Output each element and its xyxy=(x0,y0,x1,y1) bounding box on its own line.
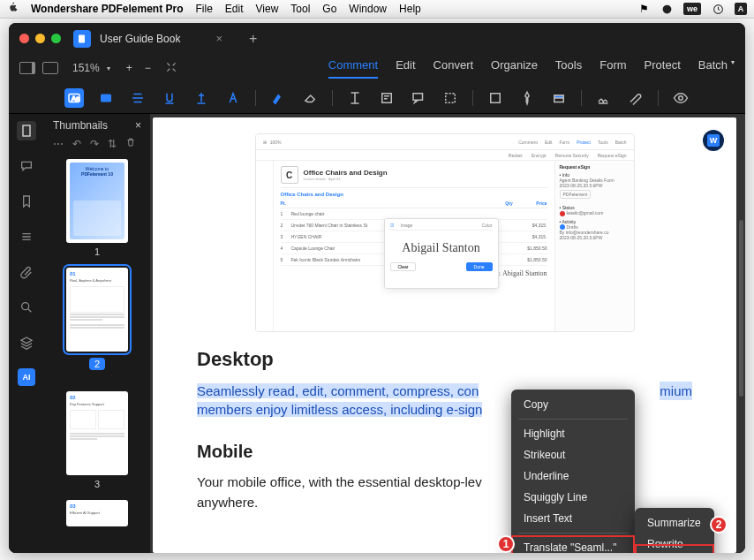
vertical-scrollbar[interactable] xyxy=(739,220,743,397)
thumbnail-page-2[interactable]: 01 Real, Anytime & Anywhere xyxy=(66,268,128,352)
svg-point-14 xyxy=(22,303,29,310)
ctx-underline[interactable]: Underline xyxy=(511,465,635,487)
thumb-undo-icon[interactable]: ↶ xyxy=(72,138,81,150)
nav-organize[interactable]: Organize xyxy=(491,58,538,79)
status-flag-icon[interactable]: ⚑ xyxy=(637,3,650,15)
app-logo-icon xyxy=(73,30,91,48)
thumbnails-close-icon[interactable]: × xyxy=(135,119,141,132)
eraser-tool-icon[interactable] xyxy=(300,88,320,108)
svg-rect-5 xyxy=(101,94,111,102)
ctx-highlight[interactable]: Highlight xyxy=(511,423,635,444)
thumb-trash-icon[interactable] xyxy=(125,137,136,150)
thumb-redo-icon[interactable]: ↷ xyxy=(90,138,99,150)
nav-form[interactable]: Form xyxy=(599,58,626,79)
nav-protect[interactable]: Protect xyxy=(645,58,681,79)
toolbar-separator xyxy=(332,90,333,106)
document-view[interactable]: ⊞ 100% Comment Edit Form Protect Tools B… xyxy=(150,114,745,553)
nav-edit[interactable]: Edit xyxy=(396,58,415,79)
status-shield-icon[interactable] xyxy=(660,3,673,15)
zoom-dropdown-icon[interactable]: ▾ xyxy=(107,64,110,72)
rail-ai-icon[interactable]: AI xyxy=(18,368,35,386)
zoom-out-button[interactable]: − xyxy=(145,62,151,74)
nav-convert[interactable]: Convert xyxy=(434,58,474,79)
text-color-tool-icon[interactable] xyxy=(192,88,211,108)
status-clock-icon[interactable] xyxy=(712,3,724,15)
nav-batch-dropdown-icon[interactable]: ▾ xyxy=(731,58,735,79)
rail-list-icon[interactable] xyxy=(17,227,36,246)
context-submenu[interactable]: Summarize Rewrite Explain xyxy=(635,508,714,553)
menu-tool[interactable]: Tool xyxy=(290,3,310,15)
text-caret-tool-icon[interactable] xyxy=(345,88,365,108)
menu-edit[interactable]: Edit xyxy=(225,3,244,15)
toolbar-primary: 151% ▾ + − Comment Edit Convert Organize… xyxy=(9,54,745,82)
shape-tool-icon[interactable] xyxy=(486,88,505,108)
nav-tools[interactable]: Tools xyxy=(555,58,582,79)
text-style-tool-icon[interactable] xyxy=(223,88,243,108)
panel-toggle-icon[interactable] xyxy=(42,62,58,74)
document-tab[interactable]: User Guide Book × xyxy=(100,32,222,45)
zoom-in-button[interactable]: + xyxy=(126,62,132,74)
underline-tool-icon[interactable] xyxy=(160,88,179,108)
nav-comment[interactable]: Comment xyxy=(328,58,378,79)
ctx-squiggly[interactable]: Squiggly Line xyxy=(511,487,635,508)
rail-bookmarks-icon[interactable] xyxy=(17,192,36,211)
rail-comments-icon[interactable] xyxy=(17,156,36,176)
ctx-translate[interactable]: Translate "Seaml..." xyxy=(511,537,635,553)
thumbnail-page-1[interactable]: Welcome toPDFelement 10 xyxy=(66,159,128,243)
rail-thumbnails-icon[interactable] xyxy=(17,121,36,140)
minimize-window-button[interactable] xyxy=(35,34,45,43)
svg-rect-13 xyxy=(23,125,30,136)
context-menu[interactable]: Copy Highlight Strikeout Underline Squig… xyxy=(511,390,635,553)
ctx-strikeout[interactable]: Strikeout xyxy=(511,444,635,465)
window-controls[interactable] xyxy=(19,34,61,43)
sidebar-toggle-icon[interactable] xyxy=(19,62,35,74)
pin-tool-icon[interactable] xyxy=(517,88,537,108)
menu-go[interactable]: Go xyxy=(322,3,336,15)
menu-file[interactable]: File xyxy=(196,3,213,15)
ctx-insert-text[interactable]: Insert Text xyxy=(511,508,635,529)
selected-text-line2[interactable]: members enjoy limitless access, includin… xyxy=(197,402,482,417)
floating-ai-badge[interactable]: W xyxy=(703,130,724,151)
thumbnail-page-4[interactable]: 03 Efficient AI Support xyxy=(66,500,128,526)
rail-attachments-icon[interactable] xyxy=(17,262,36,282)
toolbar-comment-tools: Aa xyxy=(9,82,745,114)
stamp-tool-icon[interactable] xyxy=(549,88,569,108)
svg-point-0 xyxy=(662,4,671,13)
new-tab-button[interactable]: + xyxy=(249,31,257,47)
thumb-more-icon[interactable]: ⋯ xyxy=(53,138,64,150)
rail-search-icon[interactable] xyxy=(17,298,36,317)
thumb-sort-icon[interactable]: ⇅ xyxy=(108,138,117,150)
selected-text[interactable]: Seamlessly read, edit, comment, compress… xyxy=(197,383,479,398)
ctx-rewrite[interactable]: Rewrite xyxy=(635,534,714,553)
text-fill-tool-icon[interactable] xyxy=(96,88,116,108)
ctx-copy[interactable]: Copy xyxy=(511,394,635,415)
rail-layers-icon[interactable] xyxy=(17,333,36,352)
signature-tool-icon[interactable] xyxy=(594,88,614,108)
eye-tool-icon[interactable] xyxy=(671,88,690,108)
ctx-separator xyxy=(518,533,628,534)
menu-help[interactable]: Help xyxy=(399,3,421,15)
close-window-button[interactable] xyxy=(19,34,29,43)
svg-rect-7 xyxy=(413,93,423,100)
menu-view[interactable]: View xyxy=(256,3,279,15)
strikeout-tool-icon[interactable] xyxy=(128,88,147,108)
status-we-icon[interactable]: we xyxy=(683,3,701,15)
note-tool-icon[interactable] xyxy=(377,88,396,108)
titlebar: User Guide Book × + xyxy=(9,23,745,54)
text-box-tool-icon[interactable]: Aa xyxy=(64,88,84,108)
area-tool-icon[interactable] xyxy=(441,88,460,108)
nav-batch[interactable]: Batch xyxy=(698,58,728,79)
tab-close-icon[interactable]: × xyxy=(215,32,222,45)
status-a-icon[interactable]: A xyxy=(735,3,747,15)
menu-window[interactable]: Window xyxy=(349,3,387,15)
thumbnail-page-3[interactable]: 02 Key Features Support xyxy=(66,391,128,475)
fit-page-icon[interactable] xyxy=(165,61,177,76)
zoom-level[interactable]: 151% xyxy=(72,62,100,74)
callout-tool-icon[interactable] xyxy=(409,88,428,108)
highlight-tool-icon[interactable] xyxy=(268,88,288,108)
apple-icon[interactable] xyxy=(7,2,19,16)
maximize-window-button[interactable] xyxy=(51,34,61,43)
attachment-tool-icon[interactable] xyxy=(626,88,645,108)
callout-2: 2 xyxy=(710,516,728,534)
ctx-summarize[interactable]: Summarize xyxy=(635,512,714,534)
